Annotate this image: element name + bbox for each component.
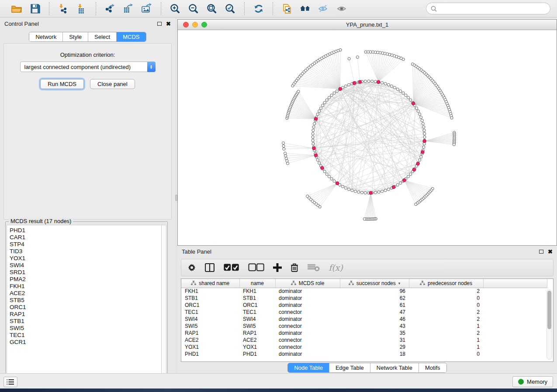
column-header-filler [483, 279, 547, 288]
table-header-row: shared namenameMCDS rolesuccessor nodes▾… [181, 279, 547, 288]
select-all-button[interactable] [223, 261, 239, 274]
settings-gear-button[interactable] [187, 261, 196, 274]
criterion-select[interactable]: largest connected component (undirected)… [20, 62, 156, 72]
mcds-result-item[interactable]: PMA2 [10, 276, 161, 283]
mcds-result-item[interactable]: ACE2 [10, 290, 161, 297]
mcds-result-list[interactable]: PHD1CAR1STP4TID3YOX1SWI4SRD1PMA2FKH1ACE2… [7, 225, 161, 382]
table-scrollbar[interactable] [547, 289, 552, 360]
first-neighbors-icon [300, 3, 311, 14]
criterion-label: Optimization criterion: [4, 52, 171, 58]
table-row[interactable]: ACE2ACE2connector311 [181, 337, 547, 344]
column-header-shared-name[interactable]: shared name [181, 279, 239, 288]
delete-column-button[interactable] [291, 261, 298, 274]
zoom-out-button[interactable] [186, 2, 201, 16]
tab-edge-table[interactable]: Edge Table [329, 363, 370, 372]
select-stepper-icon: ▲▼ [147, 62, 156, 72]
export-table-button[interactable] [121, 2, 136, 16]
close-table-panel-icon[interactable]: ✖ [548, 249, 553, 254]
mcds-tab-content: Optimization criterion: largest connecte… [3, 43, 172, 220]
mcds-result-item[interactable]: GCR1 [10, 339, 161, 346]
import-table-button[interactable] [74, 2, 90, 16]
float-panel-icon[interactable] [157, 22, 162, 26]
export-network-button[interactable] [102, 2, 118, 16]
tab-select[interactable]: Select [88, 32, 117, 41]
tab-network[interactable]: Network [29, 32, 63, 41]
network-canvas[interactable] [178, 30, 557, 245]
mcds-result-item[interactable]: RAP1 [10, 311, 161, 318]
import-table-icon [76, 3, 87, 14]
column-header-MCDS-role[interactable]: MCDS role [275, 279, 340, 288]
toolbar-separator [161, 2, 161, 15]
mcds-result-item[interactable]: TID3 [10, 248, 161, 255]
mcds-result-item[interactable]: TEC1 [10, 332, 161, 339]
zoom-in-button[interactable] [167, 2, 183, 16]
search-input[interactable] [439, 5, 546, 12]
column-type-icon [420, 281, 425, 285]
mcds-result-item[interactable]: YOX1 [10, 255, 161, 262]
search-box[interactable] [426, 3, 550, 14]
tab-style[interactable]: Style [63, 32, 88, 41]
run-mcds-button[interactable]: Run MCDS [40, 79, 84, 89]
hide-selected-button[interactable] [316, 2, 332, 16]
table-row[interactable]: RAP1RAP1dominator352 [181, 330, 547, 337]
tab-motifs[interactable]: Motifs [419, 363, 446, 372]
graph-satellite-nodes[interactable] [282, 48, 456, 220]
mcds-result-item[interactable]: STB5 [10, 297, 161, 304]
mcds-result-item[interactable]: STB1 [10, 318, 161, 325]
deselect-all-button[interactable] [248, 261, 264, 274]
mcds-result-item[interactable]: CAR1 [10, 234, 161, 241]
show-all-button[interactable] [334, 2, 350, 16]
table-row[interactable]: PHD1PHD1dominator180 [181, 351, 547, 358]
memory-button[interactable]: Memory [512, 376, 553, 387]
delete-table-button[interactable] [307, 261, 320, 274]
float-table-panel-icon[interactable] [539, 250, 543, 254]
column-header-successor-nodes[interactable]: successor nodes▾ [340, 279, 409, 288]
mcds-result-item[interactable]: SRD1 [10, 269, 161, 276]
import-network-icon [58, 3, 69, 14]
toolbar-separator [273, 2, 273, 15]
zoom-fit-button[interactable] [204, 2, 220, 16]
toolbar-separator [49, 2, 49, 15]
criterion-selected-value: largest connected component (undirected) [21, 64, 147, 70]
mcds-result-item[interactable]: FKH1 [10, 283, 161, 290]
split-panel-button[interactable] [205, 261, 214, 274]
zoom-out-icon [188, 3, 199, 14]
zoom-selected-button[interactable] [222, 2, 238, 16]
table-row[interactable]: STB1STB1dominator620 [181, 295, 547, 302]
network-graph[interactable] [178, 30, 557, 245]
table-row[interactable]: SWI4SWI4dominator462 [181, 316, 547, 323]
open-file-button[interactable] [9, 2, 24, 16]
control-panel: Control Panel ✖ NetworkStyleSelectMCDS O… [0, 18, 175, 373]
mcds-result-item[interactable]: STP4 [10, 241, 161, 248]
save-session-button[interactable] [27, 2, 43, 16]
split-panel-icon [205, 263, 214, 272]
mcds-result-item[interactable]: ORC1 [10, 304, 161, 311]
table-scrollbar-thumb[interactable] [547, 291, 551, 329]
close-panel-icon[interactable]: ✖ [166, 21, 171, 27]
add-column-button[interactable] [273, 261, 282, 274]
table-row[interactable]: ORC1ORC1dominator610 [181, 302, 547, 309]
tab-mcds[interactable]: MCDS [117, 32, 145, 41]
mcds-result-item[interactable]: SWI5 [10, 325, 161, 332]
export-image-button[interactable] [139, 2, 155, 16]
function-builder-button[interactable]: f(x) [329, 261, 343, 274]
first-neighbors-button[interactable] [298, 2, 313, 16]
close-panel-button[interactable]: Close panel [90, 79, 135, 89]
refresh-layout-button[interactable] [251, 2, 266, 16]
table-row[interactable]: SWI5SWI5connector431 [181, 323, 547, 330]
table-row[interactable]: FKH1FKH1dominator962 [181, 288, 547, 295]
table-row[interactable]: TEC1TEC1connector472 [181, 309, 547, 316]
network-titlebar[interactable]: YPA_prune.txt_1 [178, 20, 557, 30]
import-network-button[interactable] [55, 2, 71, 16]
table-row[interactable]: YOX1YOX1connector291 [181, 344, 547, 351]
task-history-button[interactable] [3, 377, 17, 387]
column-header-name[interactable]: name [239, 279, 275, 288]
clone-network-button[interactable] [279, 2, 295, 16]
table-panel-titlebar: Table Panel ✖ [177, 246, 557, 257]
tab-node-table[interactable]: Node Table [288, 363, 329, 372]
tab-network-table[interactable]: Network Table [370, 363, 419, 372]
column-header-predecessor-nodes[interactable]: predecessor nodes [409, 279, 483, 288]
mcds-result-item[interactable]: SWI4 [10, 262, 161, 269]
mcds-result-item[interactable]: PHD1 [10, 227, 161, 234]
mcds-result-scrollbar[interactable] [161, 225, 166, 382]
